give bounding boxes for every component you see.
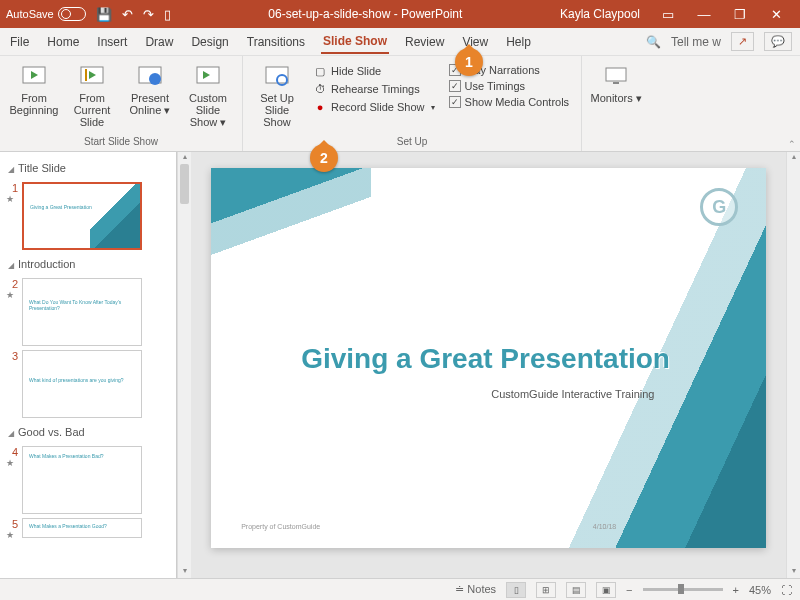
tab-home[interactable]: Home: [45, 31, 81, 53]
custom-show-icon: [194, 64, 222, 88]
present-online-button[interactable]: Present Online ▾: [122, 60, 178, 121]
thumbnail-scrollbar[interactable]: ▴ ▾: [177, 152, 191, 578]
group-label-start: Start Slide Show: [6, 134, 236, 149]
animation-star-icon: ★: [6, 530, 16, 540]
monitors-button[interactable]: Monitors ▾: [588, 60, 644, 109]
tab-help[interactable]: Help: [504, 31, 533, 53]
collapse-ribbon-icon[interactable]: ⌃: [788, 139, 796, 149]
thumb-2-text: What Do You Want To Know After Today's P…: [29, 299, 141, 311]
current-slide[interactable]: G Giving a Great Presentation CustomGuid…: [211, 168, 766, 548]
monitor-icon: [602, 64, 630, 88]
custom-show-button[interactable]: Custom Slide Show ▾: [180, 60, 236, 133]
thumbnail-3[interactable]: What kind of presentations are you givin…: [22, 350, 142, 418]
start-from-beginning-icon[interactable]: ▯: [164, 7, 171, 22]
from-beginning-button[interactable]: From Beginning: [6, 60, 62, 120]
undo-icon[interactable]: ↶: [122, 7, 133, 22]
zoom-in-button[interactable]: +: [733, 584, 739, 596]
thumbnail-4[interactable]: What Makes a Presentation Bad?: [22, 446, 142, 514]
thumb-number-3: 3: [6, 350, 18, 362]
notes-button[interactable]: ≐ Notes: [455, 583, 496, 596]
group-label-setup: Set Up: [249, 134, 575, 149]
thumb-3-text: What kind of presentations are you givin…: [29, 377, 124, 383]
tab-review[interactable]: Review: [403, 31, 446, 53]
chevron-down-icon: ▾: [431, 103, 435, 112]
normal-view-icon[interactable]: ▯: [506, 582, 526, 598]
ribbon: From Beginning From Current Slide Presen…: [0, 56, 800, 152]
zoom-level[interactable]: 45%: [749, 584, 771, 596]
from-beginning-label: From Beginning: [8, 92, 60, 116]
tab-draw[interactable]: Draw: [143, 31, 175, 53]
thumb-4-text: What Makes a Presentation Bad?: [29, 453, 104, 459]
scroll-up-icon[interactable]: ▴: [787, 152, 800, 164]
slide-subtitle[interactable]: CustomGuide Interactive Training: [491, 388, 654, 400]
slideshow-view-icon[interactable]: ▣: [596, 582, 616, 598]
share-button[interactable]: ↗: [731, 32, 754, 51]
search-icon[interactable]: 🔍: [646, 35, 661, 49]
tell-me-label[interactable]: Tell me w: [671, 35, 721, 49]
slide-date: 4/10/18: [593, 523, 616, 530]
reading-view-icon[interactable]: ▤: [566, 582, 586, 598]
group-start-slideshow: From Beginning From Current Slide Presen…: [0, 56, 243, 151]
section-good-vs-bad[interactable]: Good vs. Bad: [6, 422, 176, 442]
thumb-number-2: 2: [6, 278, 18, 290]
tab-transitions[interactable]: Transitions: [245, 31, 307, 53]
animation-star-icon: ★: [6, 194, 16, 204]
toggle-off-icon[interactable]: [58, 7, 86, 21]
restore-icon[interactable]: ❐: [722, 7, 758, 22]
tab-slideshow[interactable]: Slide Show: [321, 30, 389, 54]
section-introduction[interactable]: Introduction: [6, 254, 176, 274]
from-current-button[interactable]: From Current Slide: [64, 60, 120, 132]
use-timings-checkbox[interactable]: ✓ Use Timings: [449, 80, 570, 92]
group-label-monitors: [588, 134, 644, 149]
user-name[interactable]: Kayla Claypool: [560, 7, 640, 21]
zoom-slider[interactable]: [643, 588, 723, 591]
thumb-number-4: 4: [6, 446, 18, 458]
setup-slideshow-button[interactable]: Set Up Slide Show: [249, 60, 305, 132]
use-timings-label: Use Timings: [465, 80, 526, 92]
scroll-up-icon[interactable]: ▴: [178, 152, 191, 164]
hide-slide-icon: ▢: [313, 64, 327, 78]
record-icon: ●: [313, 100, 327, 114]
slide-decoration-top: [211, 168, 371, 268]
comments-button[interactable]: 💬: [764, 32, 792, 51]
slide-sorter-icon[interactable]: ⊞: [536, 582, 556, 598]
thumb-1-text: Giving a Great Presentation: [30, 204, 92, 210]
ribbon-tabs: File Home Insert Draw Design Transitions…: [0, 28, 800, 56]
slide-scrollbar[interactable]: ▴ ▾: [786, 152, 800, 578]
close-icon[interactable]: ✕: [758, 7, 794, 22]
callout-2: 2: [310, 144, 338, 172]
thumb-5-text: What Makes a Presentation Good?: [29, 523, 107, 529]
slide-thumbnails-pane: Title Slide 1 ★ Giving a Great Presentat…: [0, 152, 177, 578]
thumbnail-5[interactable]: What Makes a Presentation Good?: [22, 518, 142, 538]
fit-to-window-icon[interactable]: ⛶: [781, 584, 792, 596]
scroll-down-icon[interactable]: ▾: [178, 566, 191, 578]
slide-editor[interactable]: G Giving a Great Presentation CustomGuid…: [191, 152, 786, 578]
thumb-number-1: 1: [6, 182, 18, 194]
slide-title[interactable]: Giving a Great Presentation: [301, 343, 670, 375]
rehearse-timings-button[interactable]: ⏱ Rehearse Timings: [313, 82, 435, 96]
save-icon[interactable]: 💾: [96, 7, 112, 22]
tab-design[interactable]: Design: [189, 31, 230, 53]
redo-icon[interactable]: ↷: [143, 7, 154, 22]
tab-insert[interactable]: Insert: [95, 31, 129, 53]
record-slideshow-button[interactable]: ● Record Slide Show ▾: [313, 100, 435, 114]
document-title: 06-set-up-a-slide-show - PowerPoint: [171, 7, 560, 21]
autosave-toggle[interactable]: AutoSave: [6, 7, 86, 21]
ribbon-display-icon[interactable]: ▭: [650, 7, 686, 22]
play-icon: [20, 64, 48, 88]
scroll-thumb[interactable]: [180, 164, 189, 204]
minimize-icon[interactable]: —: [686, 7, 722, 22]
from-current-label: From Current Slide: [66, 92, 118, 128]
thumbnail-2[interactable]: What Do You Want To Know After Today's P…: [22, 278, 142, 346]
thumbnail-1[interactable]: Giving a Great Presentation: [22, 182, 142, 250]
zoom-out-button[interactable]: −: [626, 584, 632, 596]
section-title-slide[interactable]: Title Slide: [6, 158, 176, 178]
hide-slide-label: Hide Slide: [331, 65, 381, 77]
scroll-down-icon[interactable]: ▾: [787, 566, 800, 578]
hide-slide-button[interactable]: ▢ Hide Slide: [313, 64, 435, 78]
svg-rect-12: [613, 82, 619, 84]
tab-file[interactable]: File: [8, 31, 31, 53]
show-media-checkbox[interactable]: ✓ Show Media Controls: [449, 96, 570, 108]
checkbox-checked-icon: ✓: [449, 80, 461, 92]
svg-point-6: [149, 73, 161, 85]
